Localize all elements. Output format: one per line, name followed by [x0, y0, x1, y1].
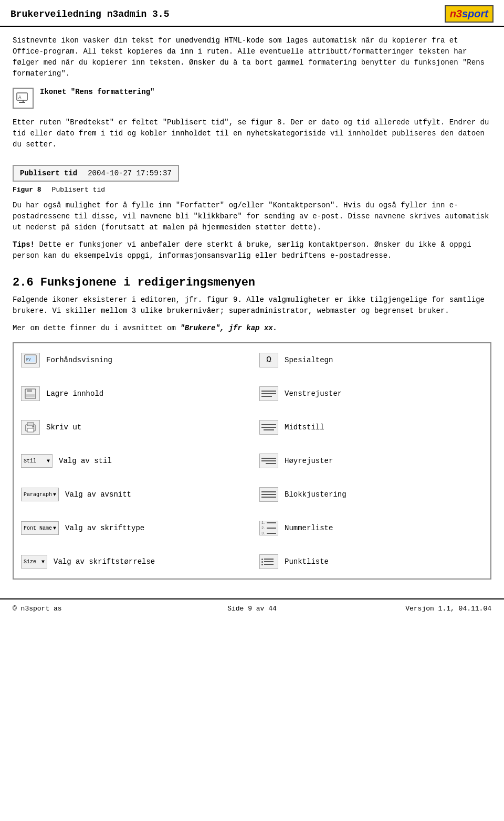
blokkjustering-label: Blokkjustering: [285, 490, 346, 499]
align-left-icon: [259, 386, 278, 401]
page-header: Brukerveiledning n3admin 3.5 n3 sport: [0, 0, 504, 27]
table-row: Lagre innhold Venstrejuster: [13, 377, 491, 410]
hoyrejuster-label: Høyrejuster: [285, 457, 333, 465]
icon-row-align-right: Høyrejuster: [259, 449, 483, 472]
venstrejuster-label: Venstrejuster: [285, 390, 342, 398]
grid-left-cell-7: Size ▼ Valg av skriftstørrelse: [13, 545, 252, 579]
grid-right-cell-2: Venstrejuster: [252, 377, 491, 410]
main-content: Sistnevnte ikon vasker din tekst for unø…: [0, 27, 504, 588]
figure-box-value: 2004-10-27 17:59:37: [88, 169, 172, 177]
align-center-icon: [259, 420, 278, 435]
tips-paragraph: Tips! Dette er funksjoner vi anbefaler d…: [13, 239, 491, 261]
logo: n3 sport: [445, 5, 494, 23]
tips-text: Dette er funksjoner vi anbefaler dere st…: [13, 240, 471, 260]
document-title: Brukerveiledning n3admin 3.5: [10, 9, 169, 19]
section-intro2: Mer om dette finner du i avsnittet om "B…: [13, 323, 491, 334]
svg-rect-8: [27, 389, 32, 392]
numbered-list-icon: 1. 2. 3.: [259, 521, 278, 535]
icon-row-bullet: Punktliste: [259, 550, 483, 573]
preview-icon: PV: [21, 353, 40, 367]
svg-rect-9: [26, 394, 35, 397]
table-row: Stil ▼ Valg av stil Høyrejuster: [13, 444, 491, 478]
section-intro1: Følgende ikoner eksisterer i editoren, j…: [13, 294, 491, 317]
grid-right-cell-1: Ω Spesialtegn: [252, 343, 491, 377]
svg-text:PV: PV: [26, 357, 31, 362]
icon-row-numbered: 1. 2. 3. Nummerliste: [259, 517, 483, 540]
save-label: Lagre innhold: [46, 390, 103, 398]
paragraph-dropdown-icon[interactable]: Paragraph ▼: [21, 488, 59, 501]
logo-sport: sport: [462, 8, 488, 20]
grid-left-cell-4: Stil ▼ Valg av stil: [13, 444, 252, 478]
size-label: Valg av skriftstørrelse: [54, 557, 155, 566]
icon-row-align-justify: Blokkjustering: [259, 483, 483, 506]
nummerliste-label: Nummerliste: [285, 524, 333, 532]
icon-row-paragraph: Paragraph ▼ Valg av avsnitt: [21, 483, 245, 506]
footer-right: Versjon 1.1, 04.11.04: [332, 605, 491, 613]
svg-rect-12: [27, 428, 34, 432]
grid-left-cell-3: Skriv ut: [13, 410, 252, 444]
figure-number: Figur 8: [13, 186, 41, 194]
align-justify-icon: [259, 487, 278, 502]
after-icon-paragraph: Etter ruten "Brødtekst" er feltet "Publi…: [13, 117, 491, 150]
spesialtegn-label: Spesialtegn: [285, 356, 333, 364]
spesialtegn-icon: Ω: [259, 353, 278, 367]
author-paragraph: Du har også mulighet for å fylle inn "Fo…: [13, 200, 491, 233]
intro-paragraph: Sistnevnte ikon vasker din tekst for unø…: [13, 35, 491, 79]
print-label: Skriv ut: [46, 423, 81, 431]
grid-right-cell-5: Blokkjustering: [252, 478, 491, 511]
icon-row-print: Skriv ut: [21, 416, 245, 439]
table-row: Size ▼ Valg av skriftstørrelse Punktlist…: [13, 545, 491, 579]
fontname-label: Valg av skrifttype: [65, 524, 144, 532]
icon-label: Ikonet "Rens formattering": [40, 88, 154, 96]
table-row: PV Forhåndsvisning Ω Spesialtegn: [13, 343, 491, 377]
icon-row-align-center: Midtstill: [259, 416, 483, 439]
table-row: Skriv ut Midtstill: [13, 410, 491, 444]
icon-row-fontname: Font Name ▼ Valg av skrifttype: [21, 517, 245, 539]
icon-grid-table: PV Forhåndsvisning Ω Spesialtegn: [13, 342, 491, 580]
figure-caption-text: Publisert tid: [52, 186, 105, 194]
icon-section: A Ikonet "Rens formattering": [13, 88, 491, 109]
icon-row-save: Lagre innhold: [21, 382, 245, 405]
rens-formattering-icon: A: [13, 88, 34, 109]
footer-center: Side 9 av 44: [172, 605, 332, 613]
grid-left-cell-6: Font Name ▼ Valg av skrifttype: [13, 511, 252, 545]
footer-left: © n3sport as: [13, 605, 172, 613]
paragraph-label: Valg av avsnitt: [65, 490, 131, 499]
size-dropdown-icon[interactable]: Size ▼: [21, 555, 47, 569]
figure-box: Publisert tid 2004-10-27 17:59:37: [13, 165, 179, 182]
fontname-dropdown-icon[interactable]: Font Name ▼: [21, 521, 59, 535]
midtstill-label: Midtstill: [285, 423, 324, 431]
svg-text:A: A: [18, 95, 22, 100]
align-right-icon: [259, 454, 278, 468]
grid-left-cell-5: Paragraph ▼ Valg av avsnitt: [13, 478, 252, 511]
grid-left-cell-1: PV Forhåndsvisning: [13, 343, 252, 377]
section-heading: 2.6 Funksjonene i redigeringsmenyen: [13, 276, 491, 289]
icon-row-style: Stil ▼ Valg av stil: [21, 450, 245, 472]
table-row: Paragraph ▼ Valg av avsnitt Blokkjusteri…: [13, 478, 491, 511]
icon-section-text: Ikonet "Rens formattering": [40, 88, 154, 96]
preview-label: Forhåndsvisning: [46, 356, 112, 364]
section-intro2-bold: "Brukere", jfr kap xx.: [180, 324, 277, 332]
svg-rect-11: [27, 423, 34, 426]
icon-row-align-left: Venstrejuster: [259, 382, 483, 405]
section-intro2-normal: Mer om dette finner du i avsnittet om: [13, 324, 180, 332]
style-dropdown-icon[interactable]: Stil ▼: [21, 454, 52, 468]
print-icon: [21, 420, 40, 435]
punktliste-label: Punktliste: [285, 557, 329, 566]
svg-point-13: [33, 426, 34, 428]
grid-right-cell-6: 1. 2. 3. Nummerliste: [252, 511, 491, 545]
tips-label: Tips!: [13, 240, 35, 249]
table-row: Font Name ▼ Valg av skrifttype 1. 2. 3. …: [13, 511, 491, 545]
grid-left-cell-2: Lagre innhold: [13, 377, 252, 410]
logo-n3: n3: [450, 8, 462, 20]
grid-right-cell-3: Midtstill: [252, 410, 491, 444]
figure-caption: Figur 8 Publisert tid: [13, 186, 491, 194]
icon-row-preview: PV Forhåndsvisning: [21, 349, 245, 372]
icon-row-size: Size ▼ Valg av skriftstørrelse: [21, 551, 245, 573]
bullet-list-icon: [259, 554, 278, 569]
figure-box-label: Publisert tid: [20, 169, 77, 177]
grid-right-cell-4: Høyrejuster: [252, 444, 491, 478]
style-label: Valg av stil: [59, 457, 112, 465]
grid-right-cell-7: Punktliste: [252, 545, 491, 579]
page-footer: © n3sport as Side 9 av 44 Versjon 1.1, 0…: [0, 598, 504, 618]
